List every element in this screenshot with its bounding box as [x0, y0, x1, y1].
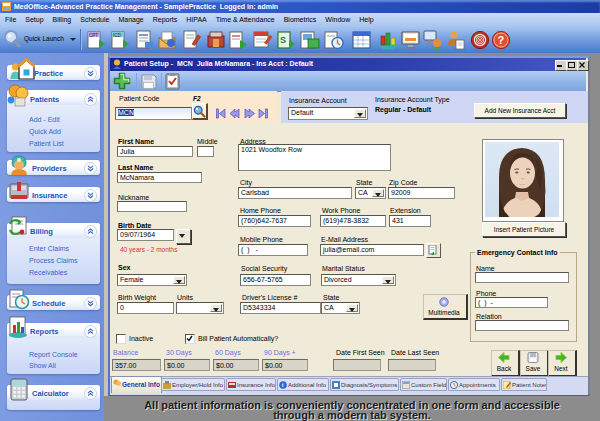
svg-text:?: ? — [497, 34, 504, 46]
svg-text:ICD: ICD — [113, 33, 122, 38]
svg-text:CPT: CPT — [89, 33, 98, 38]
svg-text:S: S — [280, 35, 286, 45]
